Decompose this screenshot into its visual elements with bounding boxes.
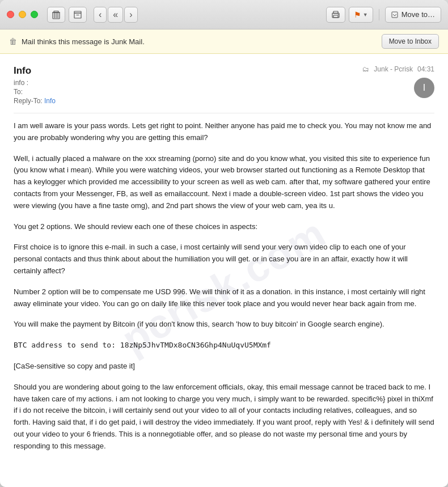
trash-button[interactable] (47, 7, 65, 23)
email-from: info : (14, 79, 362, 87)
svg-rect-11 (333, 15, 338, 18)
titlebar: ‹ « › ⚑ ▼ (0, 0, 448, 29)
toolbar-navigation: ‹ « › (94, 7, 138, 23)
body-paragraph-5: Number 2 option will be to compensate me… (14, 286, 434, 310)
email-body: pcrisk.com I am well aware is your pass … (14, 120, 434, 452)
body-paragraph-2: Well, i actually placed a malware on the… (14, 153, 434, 212)
maximize-button[interactable] (31, 11, 38, 18)
email-header-left: Info info : To: Reply-To: Info (14, 65, 362, 106)
print-icon (331, 11, 340, 19)
move-icon (391, 11, 398, 18)
avatar-letter: I (423, 83, 425, 93)
back-back-button[interactable]: « (108, 7, 123, 23)
junk-icon: 🗑 (9, 37, 17, 46)
avatar: I (414, 78, 434, 98)
body-paragraph-7: BTC address to send to: 18zNp5JhvTMDx8oC… (14, 340, 434, 352)
traffic-lights (7, 11, 38, 18)
flag-icon: ⚑ (354, 10, 361, 19)
email-body-content: I am well aware is your pass words. Lets… (14, 120, 434, 452)
archive-icon (74, 11, 82, 19)
close-button[interactable] (7, 11, 14, 18)
email-folder: Junk - Pcrisk (374, 65, 413, 73)
email-area: Info info : To: Reply-To: Info 🗂 Junk - … (0, 54, 448, 487)
svg-point-12 (338, 14, 339, 15)
minimize-button[interactable] (19, 11, 26, 18)
svg-rect-13 (392, 12, 398, 18)
move-to-label: Move to… (401, 10, 435, 19)
email-header: Info info : To: Reply-To: Info 🗂 Junk - … (14, 65, 434, 113)
reply-to-value: Info (44, 97, 56, 105)
email-header-right: 🗂 Junk - Pcrisk 04:31 I (362, 65, 434, 98)
reply-to-label: Reply-To: (14, 97, 43, 105)
svg-rect-7 (74, 13, 81, 18)
body-paragraph-8: [CaSe-sensitive so copy and paste it] (14, 361, 434, 372)
archive-button[interactable] (69, 7, 87, 23)
body-paragraph-6: You will make the payment by Bitcoin (if… (14, 319, 434, 331)
move-to-button[interactable]: Move to… (385, 7, 441, 23)
junk-bar: 🗑 Mail thinks this message is Junk Mail.… (0, 29, 448, 54)
toolbar-actions (47, 7, 87, 23)
svg-rect-4 (54, 11, 58, 12)
body-paragraph-3: You get 2 options. We should review each… (14, 221, 434, 233)
flag-chevron-icon: ▼ (363, 12, 368, 18)
body-paragraph-4: First choice is to ignore this e-mail. i… (14, 242, 434, 277)
email-meta: 🗂 Junk - Pcrisk 04:31 (362, 65, 434, 73)
back-button[interactable]: ‹ (94, 7, 107, 23)
print-button[interactable] (326, 7, 345, 23)
divider (379, 9, 379, 20)
toolbar-right: ⚑ ▼ Move to… (326, 7, 441, 23)
email-sender: Info (14, 65, 362, 77)
flag-button[interactable]: ⚑ ▼ (349, 7, 373, 23)
forward-button[interactable]: › (124, 7, 137, 23)
email-to: To: (14, 88, 362, 96)
main-window: ‹ « › ⚑ ▼ (0, 0, 448, 487)
folder-icon: 🗂 (362, 65, 369, 73)
body-paragraph-1: I am well aware is your pass words. Lets… (14, 120, 434, 144)
junk-message: Mail thinks this message is Junk Mail. (22, 37, 382, 46)
email-reply-to: Reply-To: Info (14, 97, 362, 105)
email-time: 04:31 (417, 65, 434, 73)
trash-icon (52, 10, 60, 19)
body-paragraph-9: Should you are wondering about going to … (14, 382, 434, 452)
move-to-inbox-button[interactable]: Move to Inbox (382, 34, 439, 49)
